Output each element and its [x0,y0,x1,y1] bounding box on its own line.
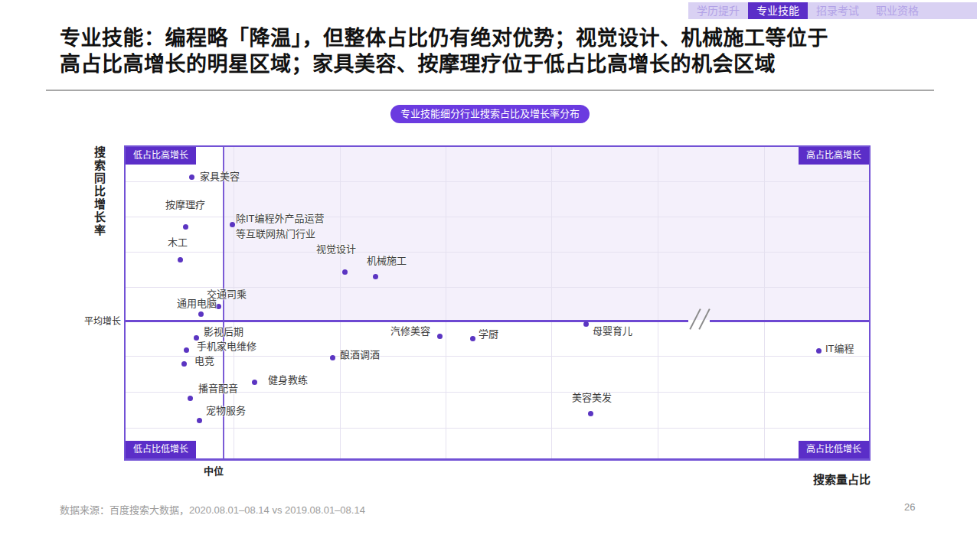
data-point-label: 通用电脑 [177,296,217,311]
data-point-label: 木工 [168,235,188,250]
data-point-dot [470,336,475,341]
data-point-dot [252,380,257,385]
data-point-label: 手机家电维修 [197,339,256,354]
data-point-label: 影视后期 [204,324,243,340]
tab-zhaolu-kaoshi[interactable]: 招录考试 [808,2,867,19]
data-point-dot [588,411,593,416]
h-gridline [126,252,869,253]
plot-area: 低占比高增长 高占比高增长 低占比低增长 高占比低增长 家具美容按摩理疗木工除I… [124,145,871,461]
data-point-label: 宠物服务 [206,403,246,419]
v-gridline [658,147,658,458]
data-point-label: 汽修美容 [390,324,430,339]
data-point-dot [197,418,202,423]
data-source-note: 数据来源：百度搜索大数据，2020.08.01–08.14 vs 2019.08… [60,502,365,517]
h-gridline [126,428,869,429]
data-point-dot [437,334,443,339]
axis-break-icon [685,308,713,332]
data-point-dot [583,321,589,327]
quadrant-badge-top-left: 低占比高增长 [126,147,196,165]
quadrant-badge-top-right: 高占比高增长 [799,147,869,165]
y-axis-title: 搜索同比增长率 [93,146,106,237]
chart-title-badge: 专业技能细分行业搜索占比及增长率分布 [390,105,590,123]
title-divider [46,90,934,91]
page-title-line2: 高占比高增长的明星区域；家具美容、按摩理疗位于低占比高增长的机会区域 [60,51,925,77]
data-point-label: 美容美发 [572,390,612,406]
average-growth-label: 平均增长 [74,314,121,327]
tab-zhuanye-jineng[interactable]: 专业技能 [748,2,808,19]
data-point-label: 学厨 [479,327,498,342]
x-axis-title: 搜索量占比 [813,471,871,487]
data-point-label: 健身教练 [268,373,308,388]
page-title-line1: 专业技能：编程略「降温」，但整体占比仍有绝对优势；视觉设计、机械施工等位于 [60,25,925,51]
page-title: 专业技能：编程略「降温」，但整体占比仍有绝对优势；视觉设计、机械施工等位于 高占… [60,25,925,77]
h-gridline [126,356,869,357]
data-point-dot [181,361,187,367]
data-point-dot [188,396,193,401]
data-point-label: 母婴育儿 [593,324,632,339]
average-growth-line [126,320,869,322]
data-point-dot [178,257,183,262]
quadrant-badge-bottom-right: 高占比低增长 [799,441,869,458]
data-point-label: 酿酒调酒 [340,347,380,363]
data-point-dot [198,311,204,317]
page-number: 26 [904,501,915,513]
data-point-dot [373,274,378,279]
v-gridline [764,147,765,458]
data-point-label: 除IT编程外产品运营等互联网热门行业 [236,211,325,242]
data-point-dot [330,355,335,360]
v-gridline [446,147,446,458]
data-point-dot [342,269,348,275]
data-point-label: 家具美容 [200,169,240,184]
v-gridline [340,147,341,458]
data-point-dot [189,174,194,180]
data-point-label: 播音配音 [198,381,238,396]
quadrant-badge-bottom-left: 低占比低增长 [126,441,196,458]
data-point-dot [184,347,189,353]
data-point-label: IT编程 [825,341,854,357]
slide: 学历提升 专业技能 招录考试 职业资格 专业技能：编程略「降温」，但整体占比仍有… [0,0,980,551]
data-point-label: 机械施工 [367,253,407,269]
data-point-dot [816,348,822,354]
data-point-label: 电竞 [194,354,214,369]
data-point-label: 按摩理疗 [165,197,205,213]
tab-xueli-tisheng[interactable]: 学历提升 [688,2,748,19]
median-label: 中位 [204,463,224,478]
data-point-dot [230,222,235,227]
data-point-label: 视觉设计 [316,242,356,257]
tab-zhiye-zige[interactable]: 职业资格 [867,2,927,19]
category-tab-bar: 学历提升 专业技能 招录考试 职业资格 [688,2,977,19]
data-point-dot [183,224,188,230]
v-gridline [551,147,552,458]
